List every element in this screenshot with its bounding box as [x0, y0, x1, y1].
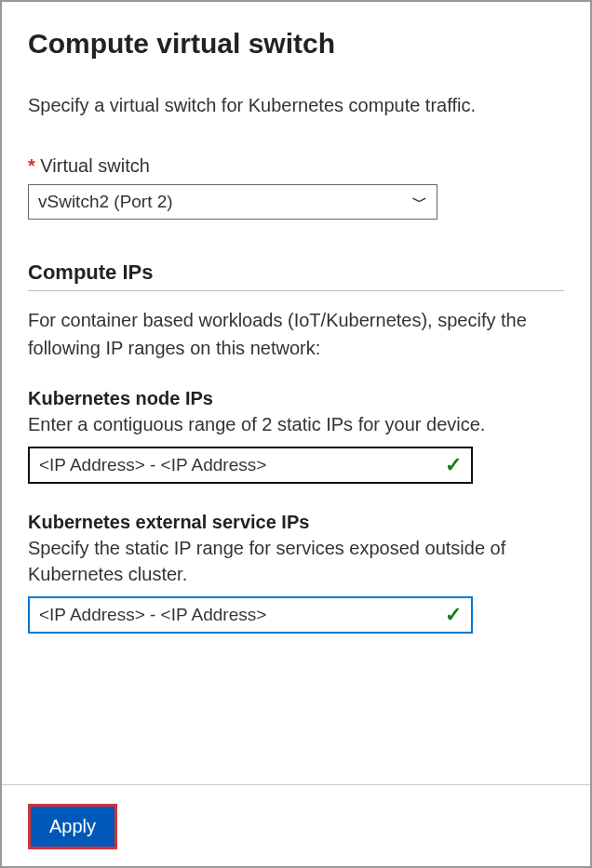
page-description: Specify a virtual switch for Kubernetes …	[28, 95, 564, 116]
virtual-switch-label: * Virtual switch	[28, 155, 564, 177]
service-ips-heading: Kubernetes external service IPs	[28, 512, 564, 533]
service-ips-input[interactable]: <IP Address> - <IP Address> ✓	[28, 596, 473, 634]
required-star-icon: *	[28, 155, 35, 176]
virtual-switch-label-text: Virtual switch	[40, 155, 149, 176]
check-icon: ✓	[445, 603, 462, 627]
chevron-down-icon: ﹀	[412, 193, 427, 212]
service-ips-description: Specify the static IP range for services…	[28, 535, 564, 587]
node-ips-input[interactable]: <IP Address> - <IP Address> ✓	[28, 447, 473, 484]
footer: Apply	[2, 784, 590, 849]
service-ips-placeholder: <IP Address> - <IP Address>	[39, 605, 266, 625]
virtual-switch-select[interactable]: vSwitch2 (Port 2) ﹀	[28, 184, 437, 220]
node-ips-description: Enter a contiguous range of 2 static IPs…	[28, 411, 564, 437]
virtual-switch-selected-value: vSwitch2 (Port 2)	[38, 192, 173, 212]
node-ips-heading: Kubernetes node IPs	[28, 388, 564, 409]
node-ips-placeholder: <IP Address> - <IP Address>	[39, 455, 266, 475]
apply-button[interactable]: Apply	[31, 807, 114, 847]
apply-button-highlight: Apply	[28, 804, 117, 849]
page-title: Compute virtual switch	[28, 28, 564, 60]
compute-ips-heading: Compute IPs	[28, 260, 564, 291]
check-icon: ✓	[445, 453, 462, 477]
compute-ips-description: For container based workloads (IoT/Kuber…	[28, 306, 564, 362]
